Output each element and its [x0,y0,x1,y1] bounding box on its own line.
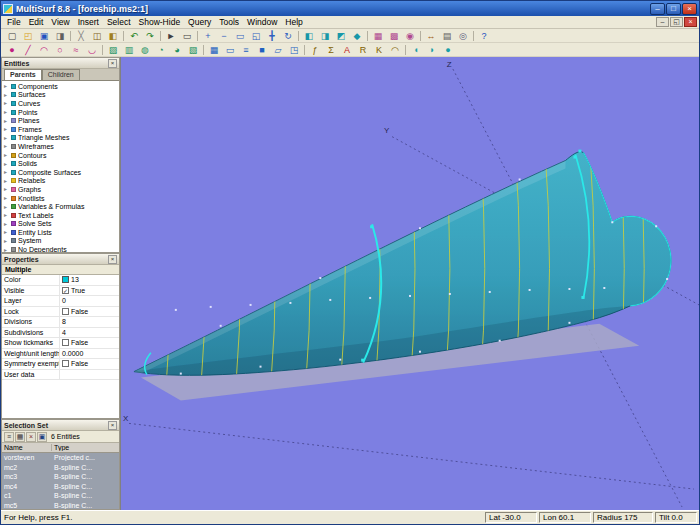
close-button[interactable]: × [682,3,697,15]
properties-close-icon[interactable]: × [108,255,117,264]
selection-set-close-icon[interactable]: × [108,421,117,430]
select-pointer-button[interactable]: ► [163,29,179,42]
insert-mesh-button[interactable]: ▦ [206,43,222,56]
tree-item-surfaces[interactable]: ▸Surfaces [2,91,119,100]
property-row-visible[interactable]: Visible✓True [2,286,119,297]
property-value[interactable]: 8 [60,318,119,325]
expand-arrow-icon[interactable]: ▸ [4,99,10,107]
selection-save-button[interactable]: ▣ [37,432,47,442]
zoom-fit-button[interactable]: ◱ [248,29,264,42]
expand-arrow-icon[interactable]: ▸ [4,211,10,219]
selection-grid-button[interactable]: ▦ [15,432,25,442]
tree-item-variables-formulas[interactable]: ▸Variables & Formulas [2,202,119,211]
viewport-canvas[interactable]: Z Y X [121,57,699,510]
property-value[interactable]: 0.0000 [60,350,119,357]
tree-item-triangle-meshes[interactable]: ▸Triangle Meshes [2,134,119,143]
insert-translation-surface-button[interactable]: ▧ [185,43,201,56]
insert-contours-button[interactable]: ≡ [238,43,254,56]
menu-edit[interactable]: Edit [25,16,48,28]
refresh-model-button[interactable]: ● [440,43,456,56]
expand-arrow-icon[interactable]: ▸ [4,151,10,159]
mdi-restore-button[interactable]: ◱ [670,17,683,27]
minimize-button[interactable]: – [650,3,665,15]
menu-show-hide[interactable]: Show-Hide [135,16,185,28]
insert-relabel-button[interactable]: R [355,43,371,56]
expand-arrow-icon[interactable]: ▸ [4,108,10,116]
insert-formula-button[interactable]: Σ [323,43,339,56]
property-row-divisions[interactable]: Divisions8 [2,317,119,328]
tree-item-relabels[interactable]: ▸Relabels [2,177,119,186]
insert-graph-button[interactable]: ◠ [387,43,403,56]
select-window-button[interactable]: ▭ [179,29,195,42]
insert-revolution-surface-button[interactable]: ◍ [137,43,153,56]
expand-arrow-icon[interactable]: ▸ [4,160,10,168]
property-value[interactable]: ✓True [60,287,119,294]
expand-arrow-icon[interactable]: ▸ [4,177,10,185]
zoom-in-button[interactable]: + [200,29,216,42]
expand-arrow-icon[interactable]: ▸ [4,237,10,245]
new-button[interactable]: ▢ [4,29,20,42]
insert-plane-button[interactable]: ▱ [270,43,286,56]
mdi-minimize-button[interactable]: – [656,17,669,27]
insert-point-button[interactable]: ● [4,43,20,56]
title-bar[interactable]: MultiSurf 8.8 - [foreship.ms2:1] – □ × [1,1,699,16]
menu-help[interactable]: Help [281,16,306,28]
tree-item-composite-surfaces[interactable]: ▸Composite Surfaces [2,168,119,177]
rotate-view-button[interactable]: ↻ [280,29,296,42]
selection-row-mc4[interactable]: mc4B-spline C... [2,482,119,492]
tree-item-points[interactable]: ▸Points [2,108,119,117]
viewport-3d[interactable]: Z Y X [121,57,699,510]
property-value[interactable]: False [60,360,119,367]
expand-arrow-icon[interactable]: ▸ [4,203,10,211]
insert-variable-button[interactable]: ƒ [307,43,323,56]
property-row-color[interactable]: Color13 [2,275,119,286]
zoom-out-button[interactable]: − [216,29,232,42]
property-value[interactable]: 4 [60,329,119,336]
insert-blend-surface-button[interactable]: ◕ [169,43,185,56]
entities-close-icon[interactable]: × [108,59,117,68]
property-row-user-data[interactable]: User data [2,370,119,381]
tree-item-text-labels[interactable]: ▸Text Labels [2,211,119,220]
tree-item-solids[interactable]: ▸Solids [2,159,119,168]
tab-parents[interactable]: Parents [4,69,42,80]
insert-cspline-button[interactable]: ◡ [84,43,100,56]
grid-button[interactable]: ▤ [439,29,455,42]
menu-query[interactable]: Query [184,16,215,28]
undo-button[interactable]: ↶ [126,29,142,42]
wireframe-mode-button[interactable]: ▦ [370,29,386,42]
color-swatch[interactable] [62,276,69,283]
insert-line-button[interactable]: ╱ [20,43,36,56]
expand-arrow-icon[interactable]: ▸ [4,142,10,150]
save-button[interactable]: ▣ [36,29,52,42]
selection-clear-button[interactable]: × [26,432,36,442]
property-row-symmetry-exempt[interactable]: Symmetry exemptFalse [2,359,119,370]
checkbox-icon[interactable] [62,308,69,315]
column-header-name[interactable]: Name [2,444,52,451]
property-value[interactable]: 0 [60,297,119,304]
selection-row-vorsteven[interactable]: vorstevenProjected c... [2,453,119,463]
tree-item-curves[interactable]: ▸Curves [2,99,119,108]
property-value[interactable]: False [60,308,119,315]
expand-arrow-icon[interactable]: ▸ [4,82,10,90]
property-value[interactable]: 13 [60,276,119,283]
checkbox-icon[interactable] [62,339,69,346]
view-iso-button[interactable]: ◆ [349,29,365,42]
property-value[interactable]: False [60,339,119,346]
insert-wireframe-button[interactable]: ▭ [222,43,238,56]
selection-row-mc5[interactable]: mc5B-spline C... [2,501,119,510]
mdi-close-button[interactable]: × [684,17,697,27]
orient-normal-button[interactable]: ◖ [408,43,424,56]
view-top-button[interactable]: ◩ [333,29,349,42]
insert-ruled-surface-button[interactable]: ▨ [105,43,121,56]
property-row-layer[interactable]: Layer0 [2,296,119,307]
tree-item-knotlists[interactable]: ▸Knotlists [2,194,119,203]
insert-arc-button[interactable]: ◠ [36,43,52,56]
redo-button[interactable]: ↷ [142,29,158,42]
expand-arrow-icon[interactable]: ▸ [4,91,10,99]
menu-insert[interactable]: Insert [74,16,103,28]
cut-button[interactable]: ╳ [73,29,89,42]
maximize-button[interactable]: □ [666,3,681,15]
tree-item-graphs[interactable]: ▸Graphs [2,185,119,194]
tree-item-system[interactable]: ▸System [2,237,119,246]
insert-text-label-button[interactable]: A [339,43,355,56]
